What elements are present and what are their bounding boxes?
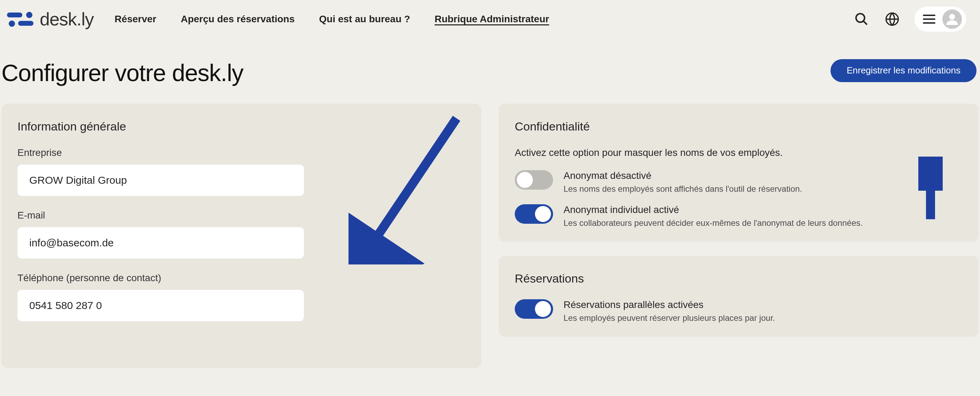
save-button[interactable]: Enregistrer les modifications xyxy=(830,59,977,82)
anonymity-off-row: Anonymat désactivé Les noms des employés… xyxy=(515,170,963,194)
search-icon[interactable] xyxy=(853,11,870,27)
globe-icon[interactable] xyxy=(884,11,900,27)
avatar xyxy=(942,10,962,29)
nav-admin[interactable]: Rubrique Administrateur xyxy=(434,14,549,25)
logo-text: desk.ly xyxy=(40,9,94,30)
email-label: E-mail xyxy=(18,210,465,221)
menu-icon xyxy=(923,14,935,24)
anonymity-off-title: Anonymat désactivé xyxy=(563,170,802,181)
general-info-card: Information générale Entreprise E-mail T… xyxy=(2,104,481,368)
anonymity-indiv-toggle[interactable] xyxy=(515,204,553,224)
parallel-res-desc: Les employés peuvent réserver plusieurs … xyxy=(563,313,775,323)
phone-input[interactable] xyxy=(18,290,304,321)
user-menu[interactable] xyxy=(915,6,966,32)
anonymity-indiv-row: Anonymat individuel activé Les collabora… xyxy=(515,204,963,228)
phone-label: Téléphone (personne de contact) xyxy=(18,272,465,284)
nav-office[interactable]: Qui est au bureau ? xyxy=(319,14,410,25)
logo-mark-icon xyxy=(7,11,35,27)
company-input[interactable] xyxy=(18,165,304,196)
anonymity-indiv-desc: Les collaborateurs peuvent décider eux-m… xyxy=(563,218,862,228)
svg-line-5 xyxy=(863,21,867,25)
reservations-card: Réservations Réservations parallèles act… xyxy=(499,256,978,337)
right-column: Confidentialité Activez cette option pou… xyxy=(499,104,978,368)
anonymity-off-desc: Les noms des employés sont affichés dans… xyxy=(563,184,802,194)
content-columns: Information générale Entreprise E-mail T… xyxy=(0,104,980,368)
email-input[interactable] xyxy=(18,227,304,258)
company-label: Entreprise xyxy=(18,147,465,158)
general-info-title: Information générale xyxy=(18,120,465,133)
parallel-res-toggle[interactable] xyxy=(515,299,553,319)
privacy-title: Confidentialité xyxy=(515,120,963,133)
page-title: Configurer votre desk.ly xyxy=(2,59,243,86)
parallel-res-title: Réservations parallèles activées xyxy=(563,299,775,310)
app-header: desk.ly Réserver Aperçu des réservations… xyxy=(0,0,980,38)
header-right xyxy=(853,6,966,32)
logo[interactable]: desk.ly xyxy=(7,9,94,30)
svg-rect-3 xyxy=(18,21,33,26)
svg-point-4 xyxy=(856,14,865,22)
svg-point-1 xyxy=(26,12,32,18)
anonymity-indiv-title: Anonymat individuel activé xyxy=(563,204,862,215)
title-row: Configurer votre desk.ly Enregistrer les… xyxy=(0,38,980,104)
nav-overview[interactable]: Aperçu des réservations xyxy=(181,14,295,25)
svg-rect-0 xyxy=(7,13,22,17)
svg-point-2 xyxy=(9,21,15,27)
anonymity-off-toggle[interactable] xyxy=(515,170,553,190)
nav-reserve[interactable]: Réserver xyxy=(115,14,156,25)
privacy-card: Confidentialité Activez cette option pou… xyxy=(499,104,978,242)
left-column: Information générale Entreprise E-mail T… xyxy=(2,104,481,368)
reservations-title: Réservations xyxy=(515,272,963,285)
privacy-desc: Activez cette option pour masquer les no… xyxy=(515,147,963,158)
main-nav: Réserver Aperçu des réservations Qui est… xyxy=(115,14,549,25)
parallel-res-row: Réservations parallèles activées Les emp… xyxy=(515,299,963,323)
svg-point-7 xyxy=(949,14,955,20)
